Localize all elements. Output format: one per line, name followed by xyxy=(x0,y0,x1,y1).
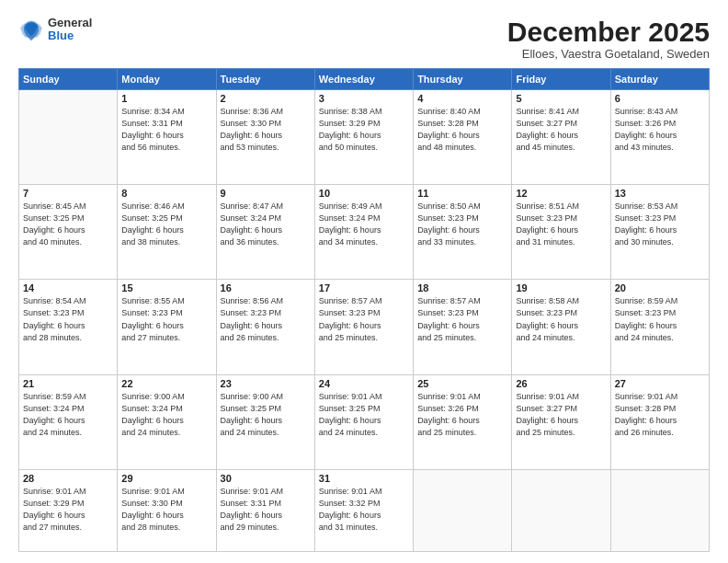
day-number: 28 xyxy=(23,473,113,484)
day-info: Sunrise: 8:51 AMSunset: 3:23 PMDaylight:… xyxy=(516,201,606,248)
table-row: 24Sunrise: 9:01 AMSunset: 3:25 PMDayligh… xyxy=(314,374,413,469)
day-info: Sunrise: 8:50 AMSunset: 3:23 PMDaylight:… xyxy=(417,201,507,248)
day-info: Sunrise: 9:01 AMSunset: 3:32 PMDaylight:… xyxy=(319,486,409,534)
col-tuesday: Tuesday xyxy=(216,69,314,90)
table-row: 7Sunrise: 8:45 AMSunset: 3:25 PMDaylight… xyxy=(19,185,118,280)
col-friday: Friday xyxy=(512,69,610,90)
day-info: Sunrise: 9:00 AMSunset: 3:24 PMDaylight:… xyxy=(121,391,211,439)
day-number: 10 xyxy=(319,188,409,199)
header: General Blue December 2025 Elloes, Vaest… xyxy=(18,17,710,61)
day-number: 16 xyxy=(221,282,311,293)
logo: General Blue xyxy=(18,17,92,43)
day-number: 13 xyxy=(615,188,705,199)
day-number: 15 xyxy=(121,282,211,293)
day-info: Sunrise: 8:56 AMSunset: 3:23 PMDaylight:… xyxy=(221,295,311,343)
day-info: Sunrise: 9:01 AMSunset: 3:31 PMDaylight:… xyxy=(221,486,311,534)
day-info: Sunrise: 9:01 AMSunset: 3:30 PMDaylight:… xyxy=(121,486,211,534)
table-row: 17Sunrise: 8:57 AMSunset: 3:23 PMDayligh… xyxy=(314,280,413,374)
day-number: 11 xyxy=(417,188,507,199)
logo-blue: Blue xyxy=(48,29,92,42)
day-info: Sunrise: 8:34 AMSunset: 3:31 PMDaylight:… xyxy=(121,106,211,154)
day-number: 9 xyxy=(221,188,311,199)
day-info: Sunrise: 8:40 AMSunset: 3:28 PMDaylight:… xyxy=(417,106,507,154)
day-number: 4 xyxy=(417,93,507,104)
table-row: 4Sunrise: 8:40 AMSunset: 3:28 PMDaylight… xyxy=(414,90,512,185)
day-number: 19 xyxy=(516,282,606,293)
day-info: Sunrise: 8:59 AMSunset: 3:24 PMDaylight:… xyxy=(23,391,113,439)
day-info: Sunrise: 8:36 AMSunset: 3:30 PMDaylight:… xyxy=(221,106,311,154)
day-number: 26 xyxy=(516,378,606,389)
table-row: 31Sunrise: 9:01 AMSunset: 3:32 PMDayligh… xyxy=(314,469,413,551)
day-number: 24 xyxy=(319,378,409,389)
day-number: 8 xyxy=(121,188,211,199)
day-info: Sunrise: 8:38 AMSunset: 3:29 PMDaylight:… xyxy=(319,106,409,154)
table-row: 21Sunrise: 8:59 AMSunset: 3:24 PMDayligh… xyxy=(19,374,118,469)
day-info: Sunrise: 8:57 AMSunset: 3:23 PMDaylight:… xyxy=(417,295,507,343)
day-number: 14 xyxy=(23,282,113,293)
col-sunday: Sunday xyxy=(19,69,118,90)
table-row: 27Sunrise: 9:01 AMSunset: 3:28 PMDayligh… xyxy=(610,374,709,469)
day-number: 2 xyxy=(221,93,311,104)
day-info: Sunrise: 9:00 AMSunset: 3:25 PMDaylight:… xyxy=(221,391,311,439)
table-row: 26Sunrise: 9:01 AMSunset: 3:27 PMDayligh… xyxy=(512,374,610,469)
day-number: 18 xyxy=(417,282,507,293)
day-number: 21 xyxy=(23,378,113,389)
table-row: 22Sunrise: 9:00 AMSunset: 3:24 PMDayligh… xyxy=(118,374,216,469)
table-row: 14Sunrise: 8:54 AMSunset: 3:23 PMDayligh… xyxy=(19,280,118,374)
day-number: 27 xyxy=(615,378,705,389)
table-row: 20Sunrise: 8:59 AMSunset: 3:23 PMDayligh… xyxy=(610,280,709,374)
col-saturday: Saturday xyxy=(610,69,709,90)
day-info: Sunrise: 9:01 AMSunset: 3:27 PMDaylight:… xyxy=(516,391,606,439)
table-row: 25Sunrise: 9:01 AMSunset: 3:26 PMDayligh… xyxy=(414,374,512,469)
day-number: 29 xyxy=(121,473,211,484)
logo-text: General Blue xyxy=(48,17,92,43)
day-info: Sunrise: 8:58 AMSunset: 3:23 PMDaylight:… xyxy=(516,295,606,343)
logo-general: General xyxy=(48,17,92,29)
col-monday: Monday xyxy=(118,69,216,90)
table-row: 9Sunrise: 8:47 AMSunset: 3:24 PMDaylight… xyxy=(216,185,314,280)
day-info: Sunrise: 8:49 AMSunset: 3:24 PMDaylight:… xyxy=(319,201,409,248)
table-row: 5Sunrise: 8:41 AMSunset: 3:27 PMDaylight… xyxy=(512,90,610,185)
day-number: 25 xyxy=(417,378,507,389)
day-info: Sunrise: 8:47 AMSunset: 3:24 PMDaylight:… xyxy=(221,201,311,248)
table-row: 13Sunrise: 8:53 AMSunset: 3:23 PMDayligh… xyxy=(610,185,709,280)
table-row: 8Sunrise: 8:46 AMSunset: 3:25 PMDaylight… xyxy=(118,185,216,280)
day-number: 1 xyxy=(121,93,211,104)
day-info: Sunrise: 9:01 AMSunset: 3:26 PMDaylight:… xyxy=(417,391,507,439)
day-number: 12 xyxy=(516,188,606,199)
day-number: 7 xyxy=(23,188,113,199)
logo-icon xyxy=(18,17,44,42)
page: General Blue December 2025 Elloes, Vaest… xyxy=(0,0,728,563)
table-row xyxy=(610,469,709,551)
table-row: 12Sunrise: 8:51 AMSunset: 3:23 PMDayligh… xyxy=(512,185,610,280)
day-info: Sunrise: 8:41 AMSunset: 3:27 PMDaylight:… xyxy=(516,106,606,154)
day-info: Sunrise: 8:45 AMSunset: 3:25 PMDaylight:… xyxy=(23,201,113,248)
day-info: Sunrise: 8:57 AMSunset: 3:23 PMDaylight:… xyxy=(319,295,409,343)
day-number: 22 xyxy=(121,378,211,389)
table-row: 19Sunrise: 8:58 AMSunset: 3:23 PMDayligh… xyxy=(512,280,610,374)
day-number: 3 xyxy=(319,93,409,104)
table-row: 2Sunrise: 8:36 AMSunset: 3:30 PMDaylight… xyxy=(216,90,314,185)
day-number: 5 xyxy=(516,93,606,104)
day-info: Sunrise: 8:53 AMSunset: 3:23 PMDaylight:… xyxy=(615,201,705,248)
calendar-header-row: Sunday Monday Tuesday Wednesday Thursday… xyxy=(19,69,710,90)
day-info: Sunrise: 9:01 AMSunset: 3:28 PMDaylight:… xyxy=(615,391,705,439)
table-row: 15Sunrise: 8:55 AMSunset: 3:23 PMDayligh… xyxy=(118,280,216,374)
table-row: 23Sunrise: 9:00 AMSunset: 3:25 PMDayligh… xyxy=(216,374,314,469)
day-number: 30 xyxy=(221,473,311,484)
day-number: 31 xyxy=(319,473,409,484)
day-number: 23 xyxy=(221,378,311,389)
day-info: Sunrise: 8:55 AMSunset: 3:23 PMDaylight:… xyxy=(121,295,211,343)
col-thursday: Thursday xyxy=(414,69,512,90)
table-row: 11Sunrise: 8:50 AMSunset: 3:23 PMDayligh… xyxy=(414,185,512,280)
day-number: 17 xyxy=(319,282,409,293)
table-row: 29Sunrise: 9:01 AMSunset: 3:30 PMDayligh… xyxy=(118,469,216,551)
table-row: 10Sunrise: 8:49 AMSunset: 3:24 PMDayligh… xyxy=(314,185,413,280)
table-row xyxy=(19,90,118,185)
day-info: Sunrise: 9:01 AMSunset: 3:25 PMDaylight:… xyxy=(319,391,409,439)
calendar-table: Sunday Monday Tuesday Wednesday Thursday… xyxy=(18,68,710,552)
table-row: 3Sunrise: 8:38 AMSunset: 3:29 PMDaylight… xyxy=(314,90,413,185)
day-info: Sunrise: 9:01 AMSunset: 3:29 PMDaylight:… xyxy=(23,486,113,534)
table-row: 18Sunrise: 8:57 AMSunset: 3:23 PMDayligh… xyxy=(414,280,512,374)
table-row: 16Sunrise: 8:56 AMSunset: 3:23 PMDayligh… xyxy=(216,280,314,374)
